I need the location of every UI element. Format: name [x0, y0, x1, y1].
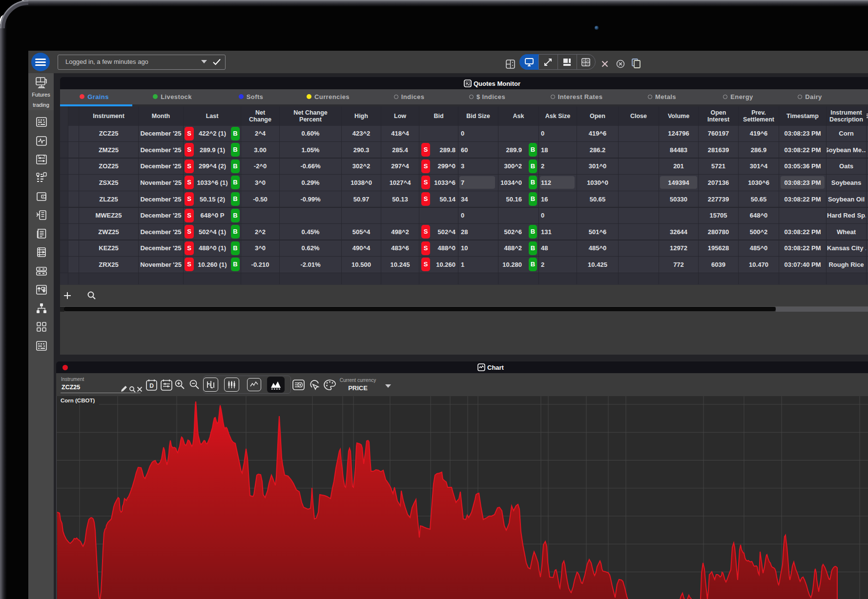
svg-text:D: D	[149, 382, 154, 389]
svg-text:1: 1	[209, 382, 211, 387]
